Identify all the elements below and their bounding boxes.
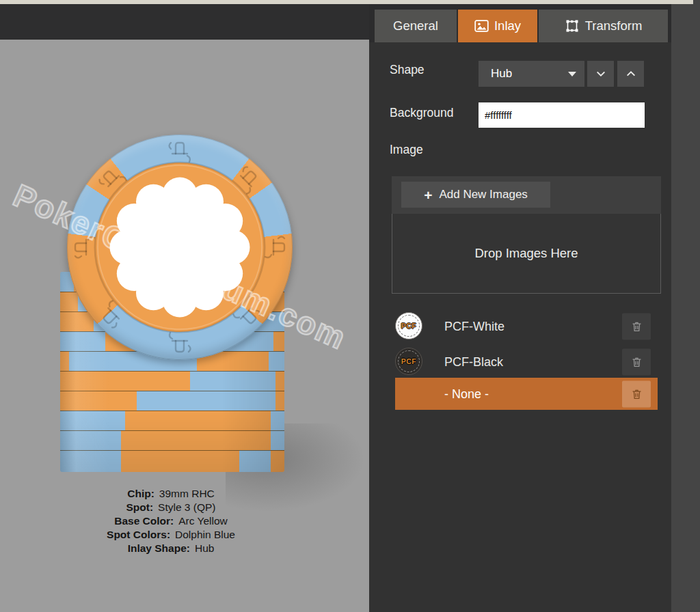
inlay-settings-panel: General Inlay Transform Shape Hub — [369, 0, 671, 612]
transform-icon — [565, 18, 580, 33]
dropzone-label: Drop Images Here — [474, 246, 578, 261]
add-images-label: Add New Images — [439, 188, 527, 201]
tab-transform[interactable]: Transform — [539, 10, 668, 42]
image-dropzone[interactable]: Drop Images Here — [392, 214, 661, 294]
background-label: Background — [390, 106, 453, 120]
image-name: PCF-White — [444, 319, 504, 333]
image-icon — [474, 20, 489, 32]
delete-none-button[interactable] — [622, 380, 651, 407]
pcf-white-logo: PCF — [395, 312, 422, 339]
image-label: Image — [390, 143, 423, 157]
image-name: PCF-Black — [444, 354, 503, 369]
right-edge-panel — [671, 0, 700, 612]
delete-pcf-black-button[interactable] — [622, 348, 651, 375]
tab-inlay-label: Inlay — [494, 18, 521, 33]
tab-transform-label: Transform — [585, 18, 643, 33]
image-name: - None - — [444, 387, 489, 401]
trash-icon — [630, 387, 643, 400]
trash-icon — [630, 320, 643, 333]
image-row-pcf-white[interactable]: PCF PCF-White — [395, 311, 658, 342]
chevron-up-icon — [625, 68, 637, 79]
tab-inlay[interactable]: Inlay — [458, 10, 537, 42]
shape-prev-button[interactable] — [587, 61, 614, 87]
pcf-black-logo: PCF — [395, 348, 422, 375]
shape-next-button[interactable] — [617, 61, 644, 87]
image-row-none[interactable]: - None - — [395, 378, 658, 410]
spec-line-spot: Spot:Style 3 (QP) — [0, 501, 342, 514]
window-top-strip — [0, 0, 693, 4]
chip-specs: Chip:39mm RHC Spot:Style 3 (QP) Base Col… — [0, 487, 342, 555]
image-row-pcf-black[interactable]: PCF PCF-Black — [395, 346, 658, 377]
chevron-down-icon — [595, 68, 607, 79]
add-images-button[interactable]: + Add New Images — [401, 182, 550, 208]
tab-general[interactable]: General — [375, 10, 457, 42]
pcf-white-logo-text: PCF — [401, 322, 417, 330]
shape-select-value: Hub — [491, 67, 512, 81]
shape-select[interactable]: Hub — [479, 61, 584, 87]
tab-bar: General Inlay Transform — [369, 0, 671, 42]
spec-line-chip: Chip:39mm RHC — [0, 487, 342, 501]
spec-line-spot-colors: Spot Colors:Dolphin Blue — [0, 528, 342, 542]
background-color-input[interactable] — [479, 102, 645, 128]
delete-pcf-white-button[interactable] — [622, 313, 651, 339]
image-panel: + Add New Images Drop Images Here — [392, 176, 661, 294]
preview-pane-frame: PokerChipForum.com Chip:39mm RHC Spot:St… — [0, 0, 369, 612]
spec-line-inlay-shape: Inlay Shape:Hub — [0, 542, 342, 555]
trash-icon — [630, 355, 643, 368]
shape-label: Shape — [390, 63, 425, 77]
plus-icon: + — [424, 188, 432, 202]
spec-line-base-color: Base Color:Arc Yellow — [0, 514, 342, 528]
chip-preview-canvas: PokerChipForum.com Chip:39mm RHC Spot:St… — [0, 40, 369, 612]
pcf-black-logo-text: PCF — [401, 357, 417, 365]
caret-down-icon — [568, 72, 576, 76]
image-panel-header: + Add New Images — [392, 176, 661, 214]
tab-general-label: General — [393, 18, 438, 33]
